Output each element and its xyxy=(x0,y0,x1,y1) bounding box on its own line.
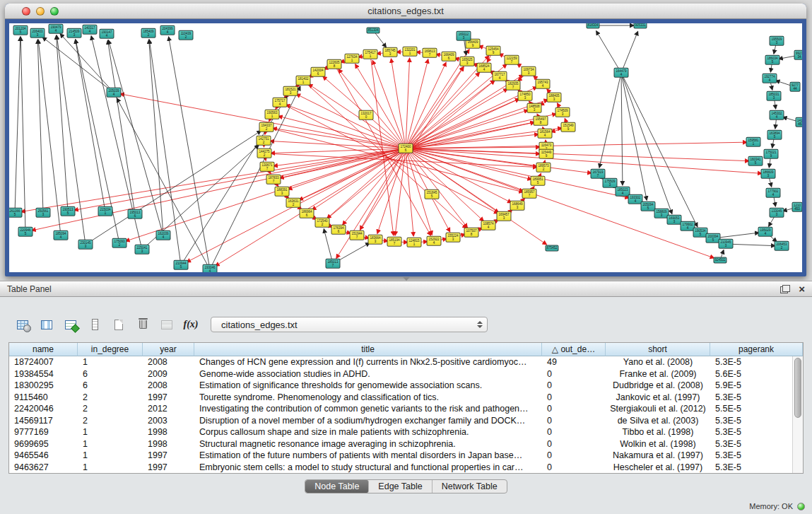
table-row[interactable]: 1872400712008Changes of HCN gene express… xyxy=(9,356,803,368)
table-cell[interactable]: 5.9E-5 xyxy=(710,380,803,392)
graph-node[interactable]: 1829357 xyxy=(506,81,521,90)
table-cell[interactable]: Yano et al. (2008) xyxy=(606,356,710,368)
column-header[interactable]: pagerank xyxy=(710,343,803,356)
table-cell[interactable]: 18300295 xyxy=(9,380,78,392)
table-cell[interactable]: Jankovic et al. (1997) xyxy=(606,392,710,404)
graph-node[interactable]: 1904794 xyxy=(49,24,64,34)
graph-node[interactable]: 1154499 xyxy=(539,149,554,159)
table-cell[interactable]: 2 xyxy=(78,415,143,427)
table-cell[interactable]: 14569117 xyxy=(9,415,78,427)
graph-node[interactable]: 1815213 xyxy=(283,86,298,96)
graph-node[interactable]: 2209465 xyxy=(18,227,33,237)
table-cell[interactable]: 1 xyxy=(78,356,143,368)
import-table-icon[interactable] xyxy=(157,315,177,334)
graph-node[interactable]: 1851947 xyxy=(387,237,402,247)
graph-node[interactable]: 1954978 xyxy=(534,116,548,126)
graph-node[interactable]: 1850944 xyxy=(54,230,69,240)
graph-node[interactable]: 1763946 xyxy=(331,225,346,235)
zoom-window-button[interactable] xyxy=(50,7,59,16)
graph-node[interactable]: 1638945 xyxy=(767,130,782,140)
table-cell[interactable]: Structural magnetic resonance image aver… xyxy=(194,438,542,450)
column-header[interactable]: year xyxy=(143,343,194,356)
graph-node[interactable]: 2064532 xyxy=(775,241,789,251)
table-cell[interactable]: 6 xyxy=(78,368,143,380)
table-cell[interactable]: 1 xyxy=(78,462,143,474)
graph-node[interactable]: 1075078 xyxy=(464,228,479,238)
graph-node[interactable]: 924502 xyxy=(713,257,726,263)
table-cell[interactable]: 1 xyxy=(78,450,143,462)
graph-node[interactable]: 992734 xyxy=(794,50,803,60)
graph-node[interactable]: 1836643 xyxy=(368,235,383,245)
graph-node[interactable]: 875452 xyxy=(545,245,558,251)
tab-network-table[interactable]: Network Table xyxy=(433,480,507,493)
graph-node[interactable]: 2610665 xyxy=(9,208,23,218)
graph-node[interactable]: 927744 xyxy=(790,82,801,92)
graph-node[interactable]: 1957434 xyxy=(536,79,551,89)
graph-node[interactable]: 1419453 xyxy=(796,117,803,127)
close-window-button[interactable] xyxy=(22,7,30,16)
graph-node[interactable]: 1724006 xyxy=(399,144,413,153)
graph-node[interactable]: 1927744 xyxy=(763,74,777,83)
table-cell[interactable]: Hescheler et al. (1997) xyxy=(606,462,710,474)
graph-node[interactable]: 2150341 xyxy=(98,206,113,216)
graph-node[interactable]: 1814021 xyxy=(296,76,311,86)
table-cell[interactable]: Estimation of significance thresholds fo… xyxy=(194,380,542,392)
graph-node[interactable]: 1636312 xyxy=(286,198,301,208)
table-mode-icon[interactable] xyxy=(13,315,33,334)
graph-node[interactable]: 851304 xyxy=(366,27,379,33)
show-columns-icon[interactable] xyxy=(37,315,57,334)
table-cell[interactable]: 0 xyxy=(542,438,606,450)
table-cell[interactable]: 0 xyxy=(542,392,606,404)
table-row[interactable]: 946362711997Embryonic stem cells: a mode… xyxy=(9,462,803,474)
table-cell[interactable]: Disruption of a novel member of a sodium… xyxy=(194,415,542,427)
graph-node[interactable]: 1750219 xyxy=(764,149,779,159)
tab-edge-table[interactable]: Edge Table xyxy=(369,480,432,493)
table-cell[interactable]: 2012 xyxy=(143,403,194,415)
table-cell[interactable]: 1997 xyxy=(143,392,194,404)
table-cell[interactable]: 0 xyxy=(542,403,606,415)
table-cell[interactable]: 2009 xyxy=(143,368,194,380)
table-cell[interactable]: 0 xyxy=(542,368,606,380)
graph-node[interactable]: 2012045 xyxy=(13,25,28,35)
graph-node[interactable]: 1104392 xyxy=(179,30,194,40)
table-cell[interactable]: 2 xyxy=(78,403,143,415)
close-panel-button[interactable]: × xyxy=(799,285,805,293)
graph-node[interactable]: 2064033 xyxy=(30,28,45,38)
table-cell[interactable]: 5.3E-5 xyxy=(710,450,803,462)
table-row[interactable]: 946554611997Estimation of the future num… xyxy=(9,450,803,462)
table-cell[interactable]: 9463627 xyxy=(9,462,78,474)
table-cell[interactable]: 0 xyxy=(542,462,606,474)
table-cell[interactable]: 1998 xyxy=(143,438,194,450)
table-row[interactable]: 969969511998Structural magnetic resonanc… xyxy=(9,438,803,450)
column-header[interactable]: name xyxy=(9,343,78,356)
table-cell[interactable]: Estimation of the future numbers of pati… xyxy=(194,450,542,462)
function-builder-icon[interactable]: f(x) xyxy=(181,315,201,334)
table-cell[interactable]: 0 xyxy=(542,426,606,438)
table-cell[interactable]: Genome-wide association studies in ADHD. xyxy=(194,368,542,380)
graph-node[interactable]: 1306717 xyxy=(260,162,275,172)
table-cell[interactable]: 2008 xyxy=(143,380,194,392)
tab-node-table[interactable]: Node Table xyxy=(305,480,369,493)
table-scrollbar-thumb[interactable] xyxy=(794,358,801,418)
graph-node[interactable]: 1485083 xyxy=(527,103,542,113)
table-cell[interactable]: 2 xyxy=(78,392,143,404)
table-cell[interactable]: 9777169 xyxy=(9,426,78,438)
graph-node[interactable]: 1427512 xyxy=(257,136,271,146)
graph-node[interactable]: 1677174 xyxy=(493,71,507,81)
delete-table-icon[interactable] xyxy=(133,315,153,334)
graph-node[interactable]: 1420046 xyxy=(311,67,326,77)
graph-node[interactable]: 1519447 xyxy=(350,230,365,240)
graph-node[interactable]: 1529224 xyxy=(427,236,442,246)
table-row[interactable]: 977716911998Corpus callosum shape and si… xyxy=(9,426,803,438)
graph-node[interactable]: 1210453 xyxy=(792,202,803,212)
table-cell[interactable]: 0 xyxy=(542,380,606,392)
graph-node[interactable]: 2109445 xyxy=(174,260,189,270)
table-cell[interactable]: 1998 xyxy=(143,426,194,438)
table-cell[interactable]: 1997 xyxy=(143,450,194,462)
graph-node[interactable]: 818304 xyxy=(586,23,599,29)
table-cell[interactable]: 5.3E-5 xyxy=(710,426,803,438)
new-table-icon[interactable] xyxy=(109,315,129,334)
graph-node[interactable]: 1226058 xyxy=(327,59,342,69)
graph-node[interactable]: 1878337 xyxy=(266,175,281,185)
table-row[interactable]: 1830029562008Estimation of significance … xyxy=(9,380,803,392)
